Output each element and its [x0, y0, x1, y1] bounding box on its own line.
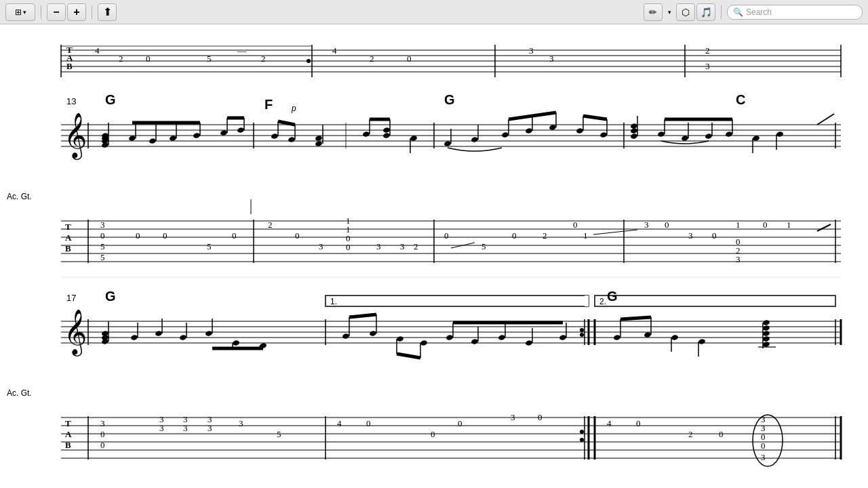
note — [762, 325, 770, 331]
ac-gt-label-2: Ac. Gt. — [7, 388, 32, 398]
note — [101, 330, 108, 336]
tab-num: 3 — [319, 241, 323, 251]
top-num: 4 — [95, 45, 100, 56]
zoom-in-button[interactable]: + — [67, 3, 86, 21]
measure-17: 17 — [66, 293, 76, 303]
tab-num: 0 — [100, 230, 105, 241]
search-box[interactable]: 🔍 Search — [727, 5, 863, 20]
note — [630, 133, 637, 139]
tab-num: 5 — [100, 252, 105, 262]
tab-t-1: T — [65, 222, 71, 232]
share-button[interactable]: ⬆ — [98, 3, 117, 21]
top-num: 5 — [207, 54, 212, 64]
note — [410, 135, 417, 141]
note — [644, 331, 651, 338]
top-num: 4 — [332, 45, 337, 56]
top-tab-b: B — [66, 61, 73, 71]
tab-num: 4 — [607, 418, 612, 428]
tab-num: 3 — [761, 452, 766, 462]
tab-num: 0 — [431, 429, 435, 439]
note — [130, 334, 138, 340]
note — [525, 127, 532, 134]
note — [149, 138, 156, 144]
svg-point-126 — [580, 430, 584, 434]
chord-C: C — [736, 92, 745, 107]
top-num: 3 — [705, 61, 710, 71]
note — [128, 135, 136, 141]
svg-rect-74 — [585, 296, 589, 306]
note — [671, 334, 678, 340]
note — [630, 127, 637, 134]
note — [630, 123, 637, 129]
zoom-out-button[interactable]: − — [47, 3, 66, 21]
note — [237, 127, 244, 133]
note — [762, 319, 770, 325]
tab-num: 3 — [400, 241, 405, 251]
tab-num: 3 — [100, 220, 105, 230]
note — [559, 334, 566, 340]
note — [498, 334, 505, 340]
chord-G-2: G — [444, 92, 455, 107]
pen-button[interactable]: ✏ — [644, 3, 663, 21]
note — [155, 330, 162, 336]
tab-num: 0 — [100, 440, 105, 450]
view-toggle-button[interactable]: ⊞ ▾ — [5, 3, 35, 21]
tab-num: 3 — [100, 418, 105, 428]
tab-num: 0 — [366, 418, 371, 428]
treble-clef-2: 𝄞 — [64, 309, 87, 357]
note — [762, 330, 770, 336]
slur — [448, 148, 502, 151]
chord-G-3: G — [105, 289, 116, 304]
top-num: 2 — [119, 54, 123, 64]
tab-num: 3 — [159, 423, 164, 433]
tab-num: 0 — [100, 429, 105, 439]
tab-a-2: A — [65, 429, 72, 439]
note — [362, 131, 370, 137]
tab-num: 0 — [232, 230, 237, 241]
note — [382, 132, 390, 138]
search-label: Search — [746, 7, 772, 17]
tab-b-1: B — [65, 243, 71, 253]
top-num: 3 — [549, 54, 554, 64]
note — [657, 131, 665, 137]
pen-dropdown-button[interactable]: ▾ — [664, 3, 675, 21]
chord-p: p — [291, 104, 296, 113]
tab-num: 0 — [761, 441, 766, 451]
note — [420, 340, 427, 346]
ac-gt-label-1: Ac. Gt. — [7, 192, 32, 201]
toolbar-left: ⊞ ▾ — [5, 3, 35, 21]
note — [369, 330, 376, 336]
audio-button[interactable]: 🎵 — [696, 3, 715, 21]
note — [205, 330, 212, 336]
note — [315, 135, 322, 141]
note — [232, 340, 239, 346]
tab-num: 0 — [665, 220, 669, 230]
top-num: 3 — [529, 45, 534, 56]
tab-num: 3 — [376, 241, 381, 251]
tab-a-1: A — [65, 232, 72, 243]
note — [471, 136, 478, 142]
share-group: ⬆ — [98, 3, 117, 21]
tab-num: 2 — [268, 220, 273, 230]
note — [288, 136, 295, 142]
toolbar: ⊞ ▾ − + ⬆ ✏ ▾ ⬡ 🎵 🔍 Search — [0, 0, 868, 24]
note — [525, 340, 532, 346]
note — [681, 135, 688, 141]
tab-num: 0 — [295, 230, 300, 241]
tool-group: ✏ ▾ ⬡ 🎵 — [644, 3, 715, 21]
tab-num: 0 — [444, 230, 449, 241]
tab-num: 3 — [511, 412, 515, 422]
note — [599, 131, 607, 138]
top-num: 2 — [705, 45, 710, 56]
note — [169, 135, 176, 141]
stamp-button[interactable]: ⬡ — [676, 3, 695, 21]
svg-point-84 — [580, 328, 584, 332]
tab-num: 4 — [337, 418, 342, 428]
note — [752, 135, 760, 141]
tab-num: 0 — [763, 220, 768, 230]
note — [501, 131, 509, 138]
measure-13: 13 — [66, 96, 76, 106]
top-num: 0 — [146, 54, 151, 64]
chord-G-1: G — [105, 92, 116, 107]
second-ending-label: 2. — [599, 297, 606, 306]
